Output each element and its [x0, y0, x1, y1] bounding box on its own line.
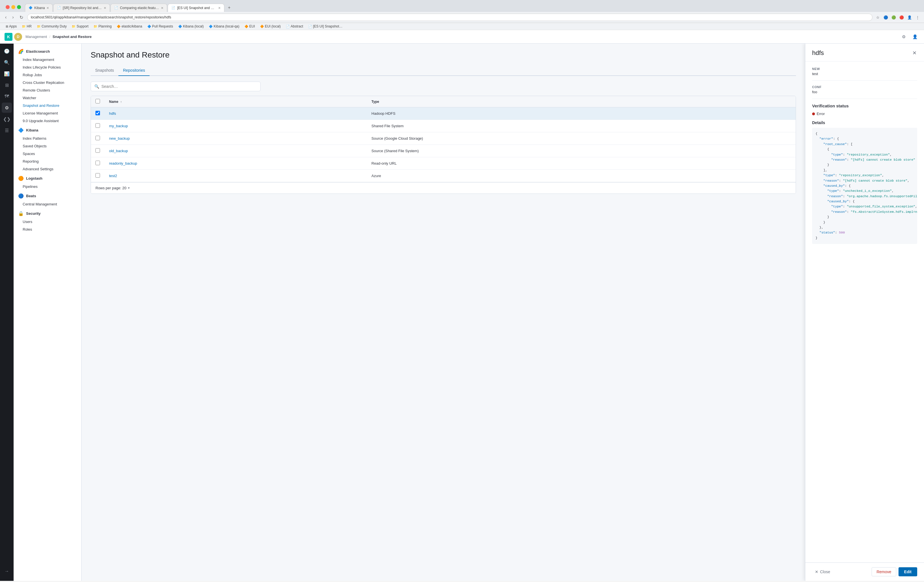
sidebar-item-central-management[interactable]: Central Management: [13, 200, 81, 208]
sidebar-item-pipelines[interactable]: Pipelines: [13, 183, 81, 190]
user-profile-icon[interactable]: 👤: [906, 14, 912, 20]
sidebar-item-roles[interactable]: Roles: [13, 226, 81, 233]
search-input[interactable]: [101, 84, 257, 89]
bookmark-eui[interactable]: 🔶 EUI: [242, 24, 257, 29]
table-row[interactable]: hdfs Hadoop HDFS: [91, 107, 796, 120]
sidebar-icon-dev-tools[interactable]: ❮❯: [2, 114, 12, 124]
sidebar-icon-management[interactable]: ⚙: [2, 103, 12, 113]
browser-tab-kibana[interactable]: 🔷 Kibana ✕: [25, 4, 53, 12]
sidebar-icon-collapse[interactable]: →: [2, 566, 12, 576]
sidebar-item-spaces[interactable]: Spaces: [13, 150, 81, 157]
sidebar-item-watcher[interactable]: Watcher: [13, 94, 81, 102]
edit-button[interactable]: Edit: [899, 567, 917, 576]
remove-button[interactable]: Remove: [871, 567, 896, 576]
rows-per-page-selector[interactable]: Rows per page: 20 ▾: [96, 186, 130, 190]
row-checkbox[interactable]: [96, 173, 100, 178]
table-header-name[interactable]: Name ↑: [104, 96, 367, 107]
close-button[interactable]: ✕ Close: [812, 568, 833, 576]
sidebar-icon-visualize[interactable]: 📊: [2, 69, 12, 79]
bookmark-kibana-local[interactable]: 🔷 Kibana (local): [176, 24, 206, 29]
bookmark-elastic-kibana[interactable]: 🔶 elastic/kibana: [114, 24, 144, 29]
repository-link-new-backup[interactable]: new_backup: [109, 136, 130, 141]
new-tab-button[interactable]: +: [225, 3, 233, 12]
sidebar-icon-stack[interactable]: ☰: [2, 125, 12, 136]
repository-link-readonly-backup[interactable]: readonly_backup: [109, 161, 137, 165]
select-all-checkbox[interactable]: [96, 99, 100, 103]
address-bar[interactable]: [27, 13, 873, 21]
nav-section-beats: 🔵 Beats: [13, 190, 81, 200]
browser-tab-comparing[interactable]: 📄 Comparing elastic:feature/sna… ✕: [111, 4, 167, 12]
bookmark-es-ui-snapshot[interactable]: 📄 [ES UI] Snapshot…: [306, 24, 345, 29]
table-row[interactable]: readonly_backup Read-only URL: [91, 157, 796, 170]
tab-close-icon[interactable]: ✕: [104, 6, 106, 10]
star-icon[interactable]: ☆: [875, 14, 881, 20]
settings-icon[interactable]: ⚙: [899, 32, 908, 41]
sidebar-item-saved-objects[interactable]: Saved Objects: [13, 142, 81, 150]
sidebar-item-advanced-settings[interactable]: Advanced Settings: [13, 165, 81, 173]
bookmark-apps[interactable]: ⊞ Apps: [3, 24, 19, 29]
bookmark-pull-requests-label: Pull Requests: [152, 24, 173, 28]
minimize-window-button[interactable]: [12, 5, 15, 9]
sidebar-item-index-management[interactable]: Index Management: [13, 56, 81, 63]
extension-icon-2[interactable]: 🟢: [891, 14, 897, 20]
user-avatar[interactable]: D: [14, 33, 22, 41]
detail-close-button[interactable]: ✕: [912, 49, 917, 57]
bookmark-pull-requests[interactable]: 🔷 Pull Requests: [145, 24, 175, 29]
sidebar-item-index-lifecycle-policies[interactable]: Index Lifecycle Policies: [13, 63, 81, 71]
browser-tab-sr[interactable]: 📄 [SR] Repository list and details… ✕: [53, 4, 110, 12]
bookmark-hr[interactable]: 📁 HR: [20, 24, 34, 29]
sidebar-icon-discover[interactable]: 🔍: [2, 57, 12, 68]
bookmark-support[interactable]: 📁 Support: [69, 24, 91, 29]
breadcrumb-management[interactable]: Management: [25, 35, 47, 39]
bookmark-planning[interactable]: 📁 Planning: [91, 24, 114, 29]
reload-button[interactable]: ↻: [18, 14, 25, 21]
close-window-button[interactable]: [6, 5, 10, 9]
security-icon: 🔒: [18, 211, 24, 216]
bookmark-eui-local[interactable]: 🔶 EUI (local): [258, 24, 283, 29]
back-button[interactable]: ‹: [3, 14, 8, 20]
bookmark-kibana-local-qa[interactable]: 🔷 Kibana (local-qa): [206, 24, 242, 29]
sidebar-item-rollup-jobs[interactable]: Rollup Jobs: [13, 71, 81, 79]
sidebar-item-reporting[interactable]: Reporting: [13, 157, 81, 165]
sidebar-item-upgrade-assistant[interactable]: 9.0 Upgrade Assistant: [13, 117, 81, 125]
row-checkbox[interactable]: [96, 160, 100, 165]
tab-close-icon[interactable]: ✕: [161, 6, 163, 10]
sidebar-item-snapshot-restore[interactable]: Snapshot and Restore: [13, 102, 81, 109]
table-row[interactable]: test2 Azure: [91, 170, 796, 182]
sidebar-icon-dashboard[interactable]: ⊞: [2, 80, 12, 90]
sidebar-item-index-patterns[interactable]: Index Patterns: [13, 135, 81, 142]
menu-icon[interactable]: ⋮: [914, 14, 921, 20]
forward-button[interactable]: ›: [10, 14, 15, 20]
extension-icon-1[interactable]: 🔵: [883, 14, 889, 20]
search-icon: 🔍: [94, 84, 99, 89]
sidebar-icon-maps[interactable]: 🗺: [2, 91, 12, 101]
sidebar-item-users[interactable]: Users: [13, 218, 81, 226]
table-row[interactable]: my_backup Shared File System: [91, 120, 796, 132]
extension-icon-3[interactable]: 🔴: [899, 14, 905, 20]
table-row[interactable]: new_backup Source (Google Cloud Storage): [91, 132, 796, 145]
row-checkbox[interactable]: [96, 148, 100, 153]
sidebar-icon-clock[interactable]: 🕐: [2, 46, 12, 56]
sidebar-item-license-management[interactable]: License Management: [13, 109, 81, 117]
row-checkbox[interactable]: [96, 136, 100, 140]
sidebar-item-cross-cluster-replication[interactable]: Cross Cluster Replication: [13, 79, 81, 86]
repository-link-test2[interactable]: test2: [109, 174, 117, 178]
code-val-type-4: "unsupported_file_system_exception": [846, 205, 915, 208]
row-checkbox[interactable]: [96, 111, 100, 115]
repository-link-hdfs[interactable]: hdfs: [109, 111, 116, 116]
sidebar-item-remote-clusters[interactable]: Remote Clusters: [13, 86, 81, 94]
bookmark-abstract[interactable]: 📄 Abstract: [284, 24, 305, 29]
user-menu-icon[interactable]: 👤: [911, 32, 919, 41]
bookmark-community-duty[interactable]: 📁 Community Duty: [35, 24, 69, 29]
repository-link-old-backup[interactable]: old_backup: [109, 149, 128, 153]
tab-repositories[interactable]: Repositories: [119, 65, 150, 76]
table-row[interactable]: old_backup Source (Shared File System): [91, 145, 796, 157]
tab-close-icon[interactable]: ✕: [218, 6, 221, 10]
repository-link-my-backup[interactable]: my_backup: [109, 124, 128, 128]
row-checkbox[interactable]: [96, 123, 100, 128]
code-key-reason-3: "reason": [827, 194, 843, 198]
tab-close-icon[interactable]: ✕: [46, 6, 49, 10]
browser-tab-es-ui[interactable]: 📄 [ES UI] Snapshot and Restore… ✕: [168, 4, 224, 12]
tab-snapshots[interactable]: Snapshots: [91, 65, 119, 76]
maximize-window-button[interactable]: [17, 5, 21, 9]
